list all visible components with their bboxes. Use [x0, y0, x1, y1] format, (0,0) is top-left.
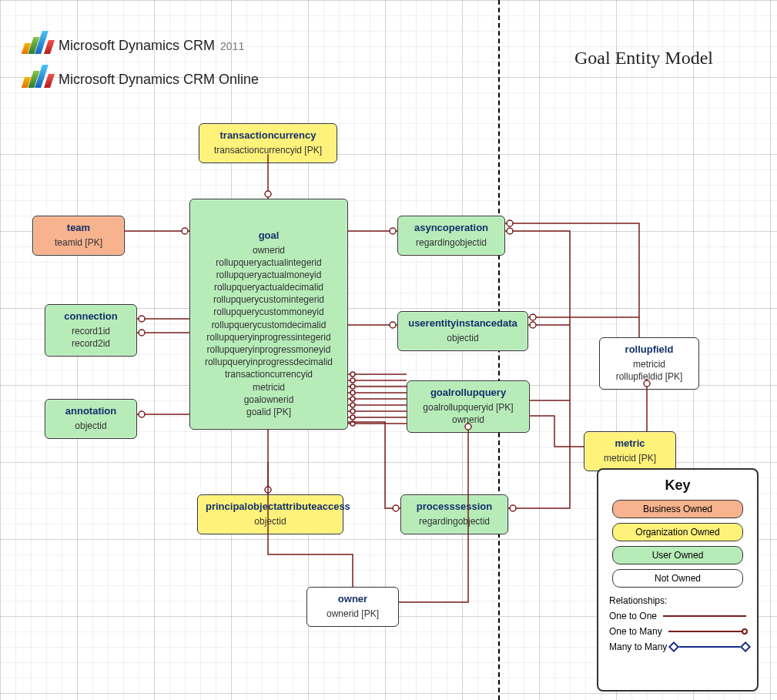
- entity-name: processsession: [409, 500, 500, 514]
- entity-name: goalrollupquery: [415, 386, 521, 400]
- entity-name: transactioncurrency: [207, 129, 329, 142]
- one-to-one-icon: [663, 615, 746, 617]
- entity-asyncoperation: asyncoperation regardingobjectid: [397, 216, 505, 256]
- entity-name: metric: [592, 437, 668, 450]
- entity-name: userentityinstancedata: [406, 317, 520, 330]
- legend-one-to-many: One to Many: [609, 626, 746, 637]
- entity-name: goal: [198, 229, 340, 243]
- entity-attrs: regardingobjectid: [406, 236, 497, 249]
- entity-principalobjectattributeaccess: principalobjectattributeaccess objectid: [197, 494, 343, 534]
- entity-name: rollupfield: [608, 343, 691, 357]
- entity-attrs: objectid: [206, 515, 335, 528]
- branding-prefix: Microsoft Dynamics CRM: [59, 38, 215, 53]
- legend-swatch-user: User Owned: [612, 546, 743, 564]
- legend-swatch-org: Organization Owned: [612, 523, 743, 541]
- legend-label: One to One: [609, 611, 657, 621]
- entity-name: owner: [315, 592, 390, 606]
- entity-rollupfield: rollupfield metricid rollupfieldid [PK]: [599, 337, 699, 390]
- branding-line-1: Microsoft Dynamics CRM 2011: [59, 38, 244, 54]
- entity-metric: metric metricid [PK]: [584, 431, 676, 471]
- dynamics-logo-icon: [23, 63, 52, 88]
- entity-goal: goal ownerid rollupqueryactualintegerid …: [189, 199, 348, 430]
- entity-goalrollupquery: goalrollupquery goalrollupqueryid [PK] o…: [407, 380, 530, 433]
- entity-name: principalobjectattributeaccess: [206, 500, 335, 514]
- entity-attrs: teamid [PK]: [41, 236, 116, 249]
- legend-label: Many to Many: [609, 641, 667, 652]
- entity-team: team teamid [PK]: [32, 216, 125, 256]
- legend-many-to-many: Many to Many: [609, 641, 746, 652]
- entity-userentityinstancedata: userentityinstancedata objectid: [397, 311, 528, 351]
- entity-attrs: metricid [PK]: [592, 452, 668, 464]
- entity-attrs: ownerid rollupqueryactualintegerid rollu…: [198, 244, 340, 419]
- legend-title: Key: [608, 477, 748, 494]
- entity-name: annotation: [53, 404, 129, 418]
- dynamics-logo-icon: [23, 29, 52, 54]
- entity-processsession: processsession regardingobjectid: [400, 494, 508, 534]
- legend-swatch-business: Business Owned: [612, 500, 743, 518]
- diagram-title: Goal Entity Model: [574, 48, 713, 69]
- entity-attrs: transactioncurrencyid [PK]: [207, 144, 329, 156]
- entity-name: team: [41, 221, 116, 235]
- legend-swatch-none: Not Owned: [612, 569, 743, 588]
- entity-attrs: goalrollupqueryid [PK] ownerid: [415, 401, 521, 426]
- branding-block: Microsoft Dynamics CRM 2011 Microsoft Dy…: [23, 23, 293, 88]
- branding-suffix: 2011: [220, 40, 244, 52]
- branding-line-2: Microsoft Dynamics CRM Online: [59, 72, 259, 88]
- one-to-many-icon: [668, 631, 746, 632]
- entity-name: connection: [53, 310, 129, 323]
- entity-attrs: regardingobjectid: [409, 515, 500, 528]
- legend-relationships-label: Relationships:: [609, 595, 746, 606]
- entity-attrs: ownerid [PK]: [315, 608, 390, 620]
- entity-attrs: objectid: [53, 420, 129, 432]
- entity-attrs: objectid: [406, 332, 520, 344]
- entity-annotation: annotation objectid: [45, 399, 137, 439]
- entity-name: asyncoperation: [406, 221, 497, 235]
- legend-panel: Key Business Owned Organization Owned Us…: [597, 468, 759, 692]
- many-to-many-icon: [673, 646, 746, 648]
- entity-connection: connection record1id record2id: [45, 304, 137, 357]
- entity-attrs: record1id record2id: [53, 325, 129, 350]
- legend-one-to-one: One to One: [609, 611, 746, 621]
- entity-owner: owner ownerid [PK]: [306, 587, 399, 627]
- legend-label: One to Many: [609, 626, 662, 637]
- entity-attrs: metricid rollupfieldid [PK]: [608, 358, 691, 383]
- entity-transactioncurrency: transactioncurrency transactioncurrencyi…: [199, 123, 337, 163]
